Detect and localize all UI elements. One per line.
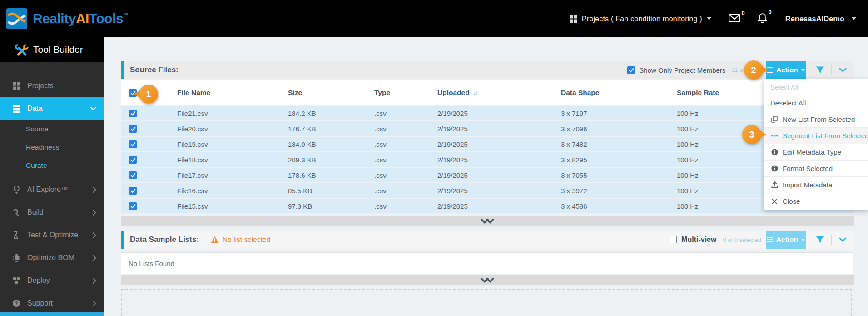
data-sample-lists-title: Data Sample Lists: [130,235,199,244]
user-menu[interactable]: RenesasAIDemo [785,15,856,23]
row-checkbox[interactable] [129,202,137,210]
cell-data-shape: 3 x 7197 [553,110,669,117]
warning-triangle-icon [211,236,219,243]
sidebar-item-data[interactable]: Data [0,97,104,120]
cell-type: .csv [366,140,429,148]
info-circle-icon [770,149,779,155]
notifications-button[interactable]: 0 [758,13,767,25]
filter-icon[interactable] [816,66,824,74]
row-checkbox[interactable] [129,171,137,179]
table-body: File21.csv 184.2 KB .csv 2/19/2025 3 x 7… [121,106,854,213]
cell-uploaded: 2/19/2025 [429,110,553,117]
data-sample-lists-collapse-bar[interactable] [121,275,854,285]
chip-icon [12,254,21,262]
no-list-selected-warning: No list selected [211,236,270,244]
multi-view-checkbox[interactable] [670,236,677,243]
sidebar-item-optimize-bom[interactable]: Optimize BOM [0,246,104,269]
table-header-row: File Name Size Type Uploaded↓↑ Data Shap… [121,80,854,105]
sidebar-item-ai-explore[interactable]: AI Explore™ [0,178,104,201]
table-row[interactable]: File15.csv 97.3 KB .csv 2/19/2025 3 x 45… [121,199,854,213]
cell-type: .csv [366,156,429,164]
chevron-right-icon [93,232,96,238]
table-row[interactable]: File18.csv 209.3 KB .csv 2/19/2025 3 x 8… [121,152,854,167]
column-header-uploaded[interactable]: Uploaded↓↑ [429,89,553,97]
lightbulb-icon [12,186,21,194]
sidebar-item-projects[interactable]: Projects [0,75,104,97]
close-icon [770,199,779,204]
row-checkbox[interactable] [129,140,137,148]
cell-data-shape: 3 x 4586 [553,202,669,210]
row-checkbox[interactable] [129,156,137,164]
source-files-collapse-bar[interactable] [121,216,854,226]
show-only-project-members-label: Show Only Project Members [639,66,725,74]
menu-item-new-list-from-selected[interactable]: New List From Selected [764,111,868,127]
sidebar-item-build[interactable]: Build [0,201,104,224]
row-checkbox[interactable] [129,187,137,195]
filter-icon[interactable] [816,236,824,243]
menu-item-segment-list-from-selected[interactable]: Segment List From Selected [764,127,868,144]
chevron-down-icon [852,17,856,20]
cell-uploaded: 2/19/2025 [429,156,553,164]
chevron-right-icon [93,278,96,284]
column-header-type: Type [366,89,429,97]
wrench-icon [12,209,21,216]
sidebar-item-test-optimize[interactable]: Test & Optimize [0,224,104,246]
panel-collapse-chevron-icon[interactable] [839,237,847,242]
panel-collapse-chevron-icon[interactable] [839,68,847,72]
cell-size: 176.7 KB [280,125,366,133]
show-only-project-members-checkbox[interactable] [627,66,635,74]
sidebar-item-readiness[interactable]: Readiness [0,138,104,156]
sidebar-item-deploy[interactable]: Deploy [0,269,104,292]
cell-uploaded: 2/19/2025 [429,140,553,148]
menu-item-import-metadata[interactable]: Import Metadata [764,176,868,193]
source-files-title: Source Files: [130,65,179,75]
copy-icon [770,116,779,123]
cell-data-shape: 3 x 3972 [553,187,669,195]
sidebar-item-curate[interactable]: Curate [0,156,104,175]
cell-type: .csv [366,187,429,195]
app-logo[interactable]: RealityAITools™ [6,8,128,29]
grid-icon [570,15,577,23]
cell-file-name: File18.csv [169,156,280,164]
table-row[interactable]: File16.csv 85.5 KB .csv 2/19/2025 3 x 39… [121,183,854,198]
cell-data-shape: 3 x 7055 [553,171,669,179]
cell-file-name: File21.csv [169,110,280,117]
cell-uploaded: 2/19/2025 [429,202,553,210]
menu-item-format-selected[interactable]: Format Selected [764,160,868,176]
double-chevron-down-icon [480,218,495,224]
cell-size: 209.3 KB [280,156,366,164]
sidebar-bottom-accent [0,312,104,316]
table-row[interactable]: File17.csv 178.6 KB .csv 2/19/2025 3 x 7… [121,168,854,182]
lists-selection-summary: 0 of 0 selected [723,236,761,243]
menu-item-deselect-all[interactable]: Deselect All [764,95,868,111]
flask-icon [12,231,21,239]
chevron-down-icon [801,69,805,71]
menu-item-select-all[interactable]: Select All [764,79,868,95]
step-badge-1: 1 [139,85,158,104]
cell-data-shape: 3 x 8295 [553,156,669,164]
projects-menu-label: Projects ( Fan condition monitoring ) [582,15,702,23]
menu-item-edit-metadata-type[interactable]: Edit Metadata Type [764,144,868,160]
table-row[interactable]: File21.csv 184.2 KB .csv 2/19/2025 3 x 7… [121,106,854,120]
action-dropdown-menu: Select All Deselect All New List From Se… [764,79,868,210]
menu-item-close[interactable]: Close [764,193,868,209]
cell-file-name: File19.csv [169,140,280,148]
projects-menu[interactable]: Projects ( Fan condition monitoring ) [570,15,711,23]
step-badge-3: 3 [742,125,761,144]
row-checkbox[interactable] [129,125,137,133]
sidebar-item-source[interactable]: Source [0,120,104,138]
source-files-action-button[interactable]: Action [766,61,806,79]
row-checkbox[interactable] [129,110,137,117]
cell-type: .csv [366,125,429,133]
cell-size: 178.6 KB [280,171,366,179]
top-bar: RealityAITools™ Projects ( Fan condition… [0,0,868,37]
sidebar-item-support[interactable]: ? Support [0,292,104,315]
messages-button[interactable]: 0 [729,14,740,24]
cell-uploaded: 2/19/2025 [429,171,553,179]
cell-uploaded: 2/19/2025 [429,125,553,133]
messages-count-badge: 0 [742,10,745,16]
no-lists-found-box: No Lists Found [121,252,853,274]
data-sample-lists-action-button[interactable]: Action [766,231,806,249]
info-circle-icon [770,165,779,172]
cell-data-shape: 3 x 7096 [553,125,669,133]
